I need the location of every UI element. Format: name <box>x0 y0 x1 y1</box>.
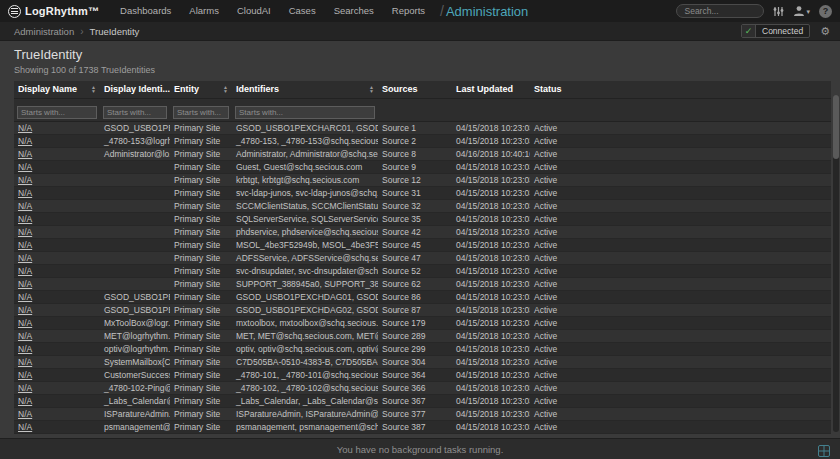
background-tasks-panel-icon[interactable] <box>818 443 830 459</box>
cell-entity: Primary Site <box>170 277 232 290</box>
nav-item-cloudai[interactable]: CloudAI <box>228 0 280 22</box>
cell-display-name: N/A <box>14 121 100 134</box>
column-header-last-updated[interactable]: Last Updated <box>452 81 530 98</box>
table-row: N/A _Labs_Calendar@... Primary Site _Lab… <box>14 394 831 407</box>
display-name-link[interactable]: N/A <box>18 162 32 172</box>
display-name-link[interactable]: N/A <box>18 422 32 432</box>
table-row: N/A ISParatureAdmin... Primary Site ISPa… <box>14 407 831 420</box>
table-row: N/A SystemMailbox{C... Primary Site C7D5… <box>14 355 831 368</box>
logrhythm-logo-icon <box>8 5 21 18</box>
display-name-link[interactable]: N/A <box>18 409 32 419</box>
scrollbar-thumb[interactable] <box>833 95 839 159</box>
display-name-link[interactable]: N/A <box>18 279 32 289</box>
breadcrumb-administration[interactable]: Administration <box>14 26 74 37</box>
cell-status: Active <box>530 121 831 134</box>
cell-display-identifier <box>100 238 170 251</box>
cell-status: Active <box>530 199 831 212</box>
cell-identifiers: _4780-101, _4780-101@schq.secious.com, C… <box>232 368 378 381</box>
display-name-link[interactable]: N/A <box>18 201 32 211</box>
display-name-link[interactable]: N/A <box>18 149 32 159</box>
display-name-link[interactable]: N/A <box>18 344 32 354</box>
help-icon[interactable]: ? <box>819 5 832 18</box>
cell-last-updated: 04/15/2018 10:23:03 pm <box>452 368 530 381</box>
display-name-link[interactable]: N/A <box>18 253 32 263</box>
column-header-status[interactable]: Status <box>530 81 831 98</box>
display-name-link[interactable]: N/A <box>18 357 32 367</box>
column-header-sources[interactable]: Sources <box>378 81 452 98</box>
filter-entity-input[interactable] <box>173 106 229 119</box>
display-name-link[interactable]: N/A <box>18 331 32 341</box>
filter-display-name-input[interactable] <box>17 106 97 119</box>
display-name-link[interactable]: N/A <box>18 318 32 328</box>
connected-toggle[interactable]: ✓ Connected <box>741 24 810 38</box>
sort-icon: ▲▼ <box>369 85 374 94</box>
nav-item-cases[interactable]: Cases <box>280 0 325 22</box>
display-name-link[interactable]: N/A <box>18 266 32 276</box>
cell-sources: Source 86 <box>378 290 452 303</box>
display-name-link[interactable]: N/A <box>18 370 32 380</box>
cell-display-name: N/A <box>14 368 100 381</box>
brand-name: LogRhythm™ <box>25 5 99 17</box>
cell-display-identifier: _4780-102-Ping@... <box>100 381 170 394</box>
display-name-link[interactable]: N/A <box>18 396 32 406</box>
cell-identifiers: Guest, Guest@schq.secious.com <box>232 160 378 173</box>
connected-label: Connected <box>756 26 809 36</box>
search-input[interactable] <box>676 4 764 18</box>
cell-last-updated: 04/15/2018 10:23:03 pm <box>452 264 530 277</box>
display-name-link[interactable]: N/A <box>18 136 32 146</box>
column-sliders-icon[interactable] <box>773 6 784 17</box>
nav-item-dashboards[interactable]: Dashboards <box>111 0 180 22</box>
display-name-link[interactable]: N/A <box>18 240 32 250</box>
breadcrumb-trueidentity: TrueIdentity <box>90 26 140 37</box>
column-header-display-name[interactable]: Display Name▲▼ <box>14 81 100 98</box>
breadcrumb-separator-icon: › <box>80 26 83 37</box>
nav-item-alarms[interactable]: Alarms <box>180 0 228 22</box>
check-icon: ✓ <box>742 24 756 38</box>
cell-status: Active <box>530 329 831 342</box>
cell-identifiers: _4780-102, _4780-102@schq.secious.com, .… <box>232 381 378 394</box>
filter-identifiers-input[interactable] <box>235 106 375 119</box>
filter-display-identifier-input[interactable] <box>103 106 167 119</box>
display-name-link[interactable]: N/A <box>18 214 32 224</box>
table-row: N/A Primary Site MSOL_4be3F52949b, MSOL_… <box>14 238 831 251</box>
display-name-link[interactable]: N/A <box>18 188 32 198</box>
display-name-link[interactable]: N/A <box>18 383 32 393</box>
cell-display-identifier <box>100 186 170 199</box>
cell-last-updated: 04/15/2018 10:23:03 pm <box>452 212 530 225</box>
cell-identifiers: SQLServerService, SQLServerService@schq.… <box>232 212 378 225</box>
display-name-link[interactable]: N/A <box>18 175 32 185</box>
cell-display-identifier: MxToolBox@logr... <box>100 316 170 329</box>
cell-entity: Primary Site <box>170 420 232 433</box>
cell-display-name: N/A <box>14 134 100 147</box>
nav-item-reports[interactable]: Reports <box>383 0 434 22</box>
display-name-link[interactable]: N/A <box>18 305 32 315</box>
column-header-display-identifier[interactable]: Display Identi...▲▼ <box>100 81 170 98</box>
cell-display-name: N/A <box>14 225 100 238</box>
column-header-identifiers[interactable]: Identifiers▲▼ <box>232 81 378 98</box>
vertical-scrollbar[interactable] <box>833 95 839 432</box>
nav-item-administration-current[interactable]: Administration <box>446 4 528 19</box>
table-row: N/A Primary Site krbtgt, krbtgt@schq.sec… <box>14 173 831 186</box>
cell-sources: Source 8 <box>378 147 452 160</box>
user-menu-button[interactable]: ▾ <box>793 5 810 17</box>
display-name-link[interactable]: N/A <box>18 292 32 302</box>
display-name-link[interactable]: N/A <box>18 227 32 237</box>
cell-last-updated: 04/15/2018 10:23:03 pm <box>452 160 530 173</box>
cell-display-identifier: optiv@logrhythm... <box>100 342 170 355</box>
cell-last-updated: 04/15/2018 10:23:03 pm <box>452 121 530 134</box>
logrhythm-logo[interactable]: LogRhythm™ <box>8 5 99 18</box>
settings-gear-icon[interactable]: ⚙ <box>820 25 830 38</box>
nav-item-searches[interactable]: Searches <box>325 0 383 22</box>
cell-status: Active <box>530 368 831 381</box>
cell-display-identifier <box>100 173 170 186</box>
cell-display-identifier: GSOD_USBO1PEX... <box>100 121 170 134</box>
table-filter-row <box>14 98 831 121</box>
cell-status: Active <box>530 303 831 316</box>
display-name-link[interactable]: N/A <box>18 123 32 133</box>
cell-sources: Source 31 <box>378 186 452 199</box>
column-header-entity[interactable]: Entity▲▼ <box>170 81 232 98</box>
cell-entity: Primary Site <box>170 238 232 251</box>
cell-sources: Source 304 <box>378 355 452 368</box>
cell-last-updated: 04/15/2018 10:23:03 pm <box>452 238 530 251</box>
cell-sources: Source 52 <box>378 264 452 277</box>
